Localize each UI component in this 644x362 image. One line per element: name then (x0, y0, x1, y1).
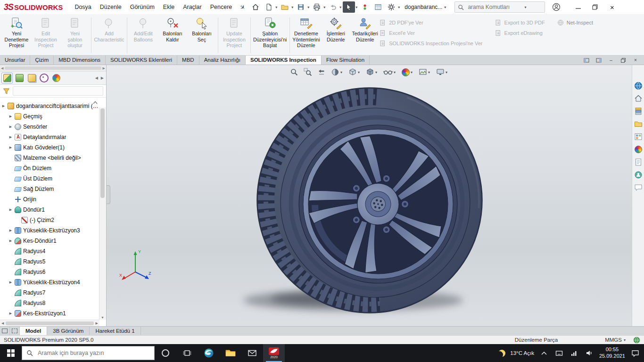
expand-arrow-icon[interactable]: ▶ (8, 280, 13, 284)
search-caret-icon[interactable]: ▾ (524, 5, 526, 9)
template-editor-button[interactable]: Şablon Düzenleyicisi'ni Başlat (252, 16, 288, 55)
appearances-scenes-button[interactable] (634, 145, 643, 154)
compass-button[interactable] (359, 1, 371, 13)
dimxpertmanager-tab[interactable] (38, 73, 50, 83)
split-view-button[interactable] (0, 327, 10, 335)
tab-mbd[interactable]: MBD (177, 56, 199, 65)
menu-pencere[interactable]: Pencere (206, 0, 237, 14)
display-style-button[interactable]: ▾ (366, 68, 378, 76)
tree-item[interactable]: ▶Yükseklik-Ekstrüzyon3 (0, 225, 99, 236)
tab-solidworks-inspection[interactable]: SOLIDWORKS Inspection (246, 56, 322, 65)
scrollbar-thumb[interactable] (100, 108, 105, 198)
split-horizontal-button[interactable] (10, 327, 20, 335)
displaymanager-tab[interactable] (50, 73, 62, 83)
expand-arrow-icon[interactable]: ▶ (8, 125, 13, 129)
featuremanager-tab[interactable] (1, 73, 13, 83)
tab-solidworks-eklentileri[interactable]: SOLIDWORKS Eklentileri (106, 56, 177, 65)
view-settings-caret-icon[interactable]: ▾ (446, 70, 447, 74)
select-caret-icon[interactable]: ▾ (355, 5, 357, 9)
edit-inspection-project-button[interactable]: Edit Inspection Project (31, 16, 60, 55)
units-selector[interactable]: MMGS (605, 337, 622, 343)
tree-item[interactable]: ▶Kes-Döndür1 (0, 236, 99, 246)
propertymanager-tab[interactable] (14, 73, 25, 83)
solidworks-forum-button[interactable] (634, 170, 643, 180)
pane-right-button[interactable] (595, 57, 603, 64)
options-button[interactable] (385, 1, 397, 13)
configurationmanager-tab[interactable] (26, 73, 37, 83)
motion-study-tab[interactable]: Hareket Etüdü 1 (90, 327, 140, 335)
expand-arrow-icon[interactable]: ▶ (8, 135, 13, 139)
command-search-input[interactable] (467, 3, 521, 11)
open-caret-icon[interactable]: ▾ (291, 5, 293, 9)
file-explorer-button[interactable] (634, 119, 643, 129)
select-tool-button[interactable] (343, 1, 355, 13)
taskbar-clock[interactable]: 00:55 25.09.2021 (599, 346, 625, 360)
new-inspection-project-button[interactable]: Yeni Denetleme Projesi (2, 16, 31, 55)
tab-mbd-dimensions[interactable]: MBD Dimensions (54, 56, 106, 65)
login-profile-button[interactable] (550, 1, 562, 13)
graphics-area[interactable]: ▾ ▾ ▾ ▾ ▾ ▾ ▾ (107, 65, 632, 326)
save-button[interactable] (295, 1, 307, 13)
tree-root-item[interactable]: ▶ doganbarancciftcijanttasarimi (Vars... (0, 101, 99, 111)
tree-filter-input[interactable] (13, 86, 103, 96)
export-3d-pdf-button[interactable]: Export to 3D PDF (495, 19, 545, 26)
save-caret-icon[interactable]: ▾ (307, 5, 309, 9)
scroll-down-arrow[interactable]: ▼ (99, 316, 106, 319)
panel-splitter-handle[interactable] (107, 185, 110, 204)
hide-show-caret-icon[interactable]: ▾ (394, 70, 396, 74)
mail-button[interactable] (241, 344, 263, 362)
export-inspection-project-button[interactable]: SOLIDWORKS Inspection Projesi'ne Ver (380, 40, 482, 47)
tree-item[interactable]: ▶Geçmiş (0, 111, 99, 122)
panel-tabs-right-arrow[interactable]: ▶ (100, 76, 105, 80)
windows-search-input[interactable] (37, 349, 138, 357)
tree-horizontal-scrollbar[interactable]: ◀▶ (0, 320, 99, 326)
view-orientation-button[interactable]: ▾ (348, 68, 361, 76)
new-document-button[interactable] (263, 1, 275, 13)
print-caret-icon[interactable]: ▾ (323, 5, 325, 9)
edge-button[interactable] (198, 344, 220, 362)
units-caret-icon[interactable]: ▾ (624, 338, 626, 342)
expand-arrow-icon[interactable]: ▶ (8, 239, 13, 243)
panel-top-scrollbar[interactable]: ◀▶ (0, 65, 106, 72)
filter-funnel-icon[interactable] (3, 88, 10, 95)
edit-operations-button[interactable]: İşlemleri Düzenle (321, 16, 350, 55)
command-search[interactable]: ▾ (454, 1, 545, 13)
tree-item[interactable]: ▶Radyus6 (0, 267, 99, 277)
properties-table-button[interactable] (372, 1, 384, 13)
tab-analiz-hazirligi[interactable]: Analiz Hazırlığı (199, 56, 246, 65)
hide-show-items-button[interactable]: ▾ (383, 68, 396, 76)
pane-left-button[interactable] (583, 57, 590, 64)
add-edit-balloons-button[interactable]: Add/Edit Balloons (129, 16, 158, 55)
solidworks-resources-button[interactable] (634, 94, 643, 103)
weather-widget[interactable]: 13°C Açık (510, 350, 534, 356)
view-settings-button[interactable]: ▾ (436, 68, 448, 76)
tree-item[interactable]: ▶Radyus5 (0, 256, 99, 267)
tree-item[interactable]: ▶Malzeme <belirli değil> (0, 153, 99, 163)
options-caret-icon[interactable]: ▾ (398, 5, 400, 9)
user-account-button[interactable]: doganbaranc... ▾ (401, 4, 451, 10)
close-button[interactable]: × (603, 0, 620, 14)
orientation-caret-icon[interactable]: ▾ (358, 70, 360, 74)
tree-item[interactable]: ▶Radyus8 (0, 298, 99, 308)
3d-views-tab[interactable]: 3B Görünüm (47, 327, 90, 335)
tab-unsurlar[interactable]: Unsurlar (0, 56, 30, 65)
expand-arrow-icon[interactable]: ▶ (8, 312, 13, 315)
night-light-moon-icon[interactable] (498, 350, 505, 357)
tree-item[interactable]: ▶Katı Gövdeler(1) (0, 142, 99, 153)
pin-menu-icon[interactable]: ✈ (239, 3, 247, 12)
undo-button[interactable] (327, 1, 339, 13)
panel-tabs-left-arrow[interactable]: ◀ (94, 76, 99, 80)
new-document-caret-icon[interactable]: ▾ (275, 5, 277, 9)
tree-item[interactable]: ▶Kes-Ekstrüzyon1 (0, 308, 99, 319)
restore-button[interactable] (586, 0, 603, 14)
doc-close-button[interactable]: × (632, 57, 639, 64)
edit-inspection-methods-button[interactable]: Denetleme Yöntemlerini Düzenle (291, 16, 321, 55)
custom-properties-button[interactable] (634, 157, 643, 167)
print-button[interactable] (311, 1, 323, 13)
tree-item[interactable]: ▶Sensörler (0, 122, 99, 132)
scene-caret-icon[interactable]: ▾ (428, 70, 430, 74)
menu-ekle[interactable]: Ekle (159, 0, 179, 14)
edit-appearance-button[interactable]: ▾ (402, 68, 413, 76)
expand-arrow-icon[interactable]: ▶ (8, 115, 13, 118)
tree-item[interactable]: ▶Yükseklik-Ekstrüzyon4 (0, 277, 99, 288)
